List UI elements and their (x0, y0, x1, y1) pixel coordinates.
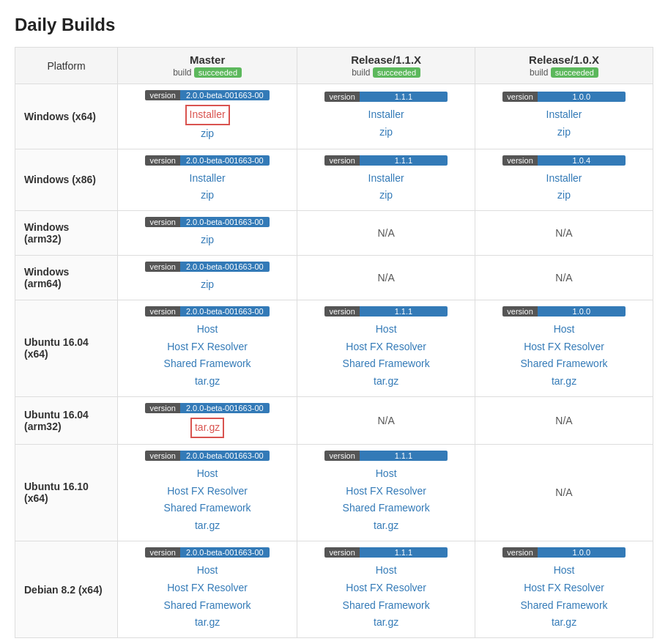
build-link[interactable]: zip (201, 276, 214, 294)
version-label: version (502, 92, 537, 102)
version-value: 2.0.0-beta-001663-00 (180, 403, 270, 413)
build-link[interactable]: Installer (368, 106, 404, 124)
master-cell: version2.0.0-beta-001663-00Installerzip (118, 149, 297, 211)
build-link[interactable]: Host FX Resolver (346, 338, 426, 356)
master-cell: version2.0.0-beta-001663-00zip (118, 255, 297, 300)
build-link[interactable]: Host FX Resolver (167, 338, 248, 356)
build-link[interactable]: zip (201, 232, 214, 249)
version-label: version (145, 155, 179, 166)
build-link[interactable]: Shared Framework (164, 500, 251, 517)
build-link[interactable]: Host FX Resolver (167, 483, 248, 500)
na-text: N/A (377, 415, 394, 426)
build-link[interactable]: tar.gz (374, 373, 398, 391)
build-link[interactable]: tar.gz (190, 418, 224, 438)
build-link[interactable]: Shared Framework (343, 355, 430, 373)
build-link[interactable]: Installer (546, 106, 582, 124)
build-link[interactable]: Host (197, 465, 218, 483)
version-label: version (145, 451, 179, 461)
release11x-cell: version1.1.1HostHost FX ResolverShared F… (297, 300, 475, 396)
build-link[interactable]: zip (557, 124, 571, 141)
table-row: Windows (x86)version2.0.0-beta-001663-00… (15, 149, 653, 211)
page-title: Daily Builds (15, 15, 653, 35)
version-value: 2.0.0-beta-001663-00 (180, 90, 270, 100)
version-bar: version2.0.0-beta-001663-00 (145, 262, 269, 272)
version-bar: version2.0.0-beta-001663-00 (145, 306, 269, 317)
build-link[interactable]: Host (197, 321, 218, 338)
build-link[interactable]: Shared Framework (521, 355, 608, 373)
build-link[interactable]: zip (379, 124, 393, 141)
version-value: 1.1.1 (360, 155, 448, 166)
build-link[interactable]: Shared Framework (164, 597, 251, 615)
build-link[interactable]: Installer (368, 170, 404, 188)
col-platform: Platform (15, 48, 118, 84)
version-label: version (502, 306, 537, 317)
release10x-cell: N/A (475, 255, 653, 300)
version-label: version (324, 547, 359, 558)
build-link[interactable]: Host (554, 321, 575, 338)
build-link[interactable]: zip (201, 125, 214, 143)
platform-cell: Ubuntu 16.04 (x64) (15, 300, 118, 396)
version-value: 2.0.0-beta-001663-00 (180, 547, 270, 558)
platform-cell: Windows (x64) (15, 84, 118, 149)
build-link[interactable]: tar.gz (195, 517, 220, 535)
platform-cell: Windows (x86) (15, 149, 118, 211)
build-link[interactable]: zip (379, 187, 393, 204)
version-value: 2.0.0-beta-001663-00 (180, 262, 270, 272)
platform-cell: Ubuntu 16.04 (arm32) (15, 396, 118, 444)
build-link[interactable]: tar.gz (374, 614, 398, 632)
na-text: N/A (555, 415, 572, 426)
build-link[interactable]: zip (201, 187, 214, 204)
version-bar: version1.1.1 (324, 155, 447, 166)
build-link[interactable]: Installer (546, 170, 582, 188)
build-link[interactable]: Host FX Resolver (167, 580, 248, 597)
build-link[interactable]: Host (376, 562, 397, 580)
na-text: N/A (555, 227, 572, 239)
build-link[interactable]: Shared Framework (164, 355, 251, 373)
build-link[interactable]: zip (557, 187, 571, 204)
na-text: N/A (555, 272, 572, 284)
version-bar: version1.1.1 (324, 306, 447, 317)
release10x-cell: version1.0.0HostHost FX ResolverShared F… (475, 300, 653, 396)
release11x-cell: N/A (297, 255, 475, 300)
build-link[interactable]: Host FX Resolver (524, 338, 604, 356)
build-link[interactable]: tar.gz (374, 517, 398, 535)
version-bar: version2.0.0-beta-001663-00 (145, 90, 269, 100)
version-value: 1.0.0 (538, 547, 626, 558)
build-link[interactable]: Installer (190, 170, 226, 188)
col-master: Master build succeeded (118, 48, 297, 84)
build-link[interactable]: Installer (185, 105, 230, 125)
build-link[interactable]: Host (376, 465, 397, 483)
release10x-cell: version1.0.4Installerzip (475, 149, 653, 211)
version-label: version (145, 262, 179, 272)
version-value: 1.1.1 (360, 306, 448, 317)
build-link[interactable]: Shared Framework (343, 597, 430, 615)
build-link[interactable]: tar.gz (195, 373, 220, 391)
platform-cell: Debian 8.2 (x64) (15, 541, 118, 637)
build-link[interactable]: Host FX Resolver (524, 580, 604, 597)
version-label: version (502, 547, 537, 558)
na-text: N/A (555, 486, 572, 498)
build-link[interactable]: Shared Framework (521, 597, 608, 615)
build-link[interactable]: Host (376, 321, 397, 338)
build-link[interactable]: tar.gz (552, 614, 576, 632)
release10x-cell: version1.0.0HostHost FX ResolverShared F… (475, 541, 653, 637)
build-link[interactable]: Shared Framework (343, 500, 430, 517)
table-row: Debian 8.2 (x64)version2.0.0-beta-001663… (15, 541, 653, 637)
build-link[interactable]: Host FX Resolver (346, 580, 426, 597)
build-link[interactable]: Host (197, 562, 218, 580)
master-cell: version2.0.0-beta-001663-00HostHost FX R… (118, 444, 297, 541)
master-cell: version2.0.0-beta-001663-00Installerzip (118, 84, 297, 149)
version-bar: version1.0.0 (502, 92, 625, 102)
version-bar: version1.0.4 (502, 155, 625, 166)
version-value: 2.0.0-beta-001663-00 (180, 306, 270, 317)
version-bar: version1.0.0 (502, 306, 625, 317)
build-link[interactable]: tar.gz (552, 373, 576, 391)
na-text: N/A (377, 227, 394, 239)
table-row: Windows (arm32)version2.0.0-beta-001663-… (15, 211, 653, 256)
master-build-badge: succeeded (194, 67, 242, 78)
na-text: N/A (377, 272, 394, 284)
build-link[interactable]: Host FX Resolver (346, 483, 426, 500)
build-link[interactable]: tar.gz (195, 614, 220, 632)
version-bar: version2.0.0-beta-001663-00 (145, 155, 269, 166)
build-link[interactable]: Host (554, 562, 575, 580)
